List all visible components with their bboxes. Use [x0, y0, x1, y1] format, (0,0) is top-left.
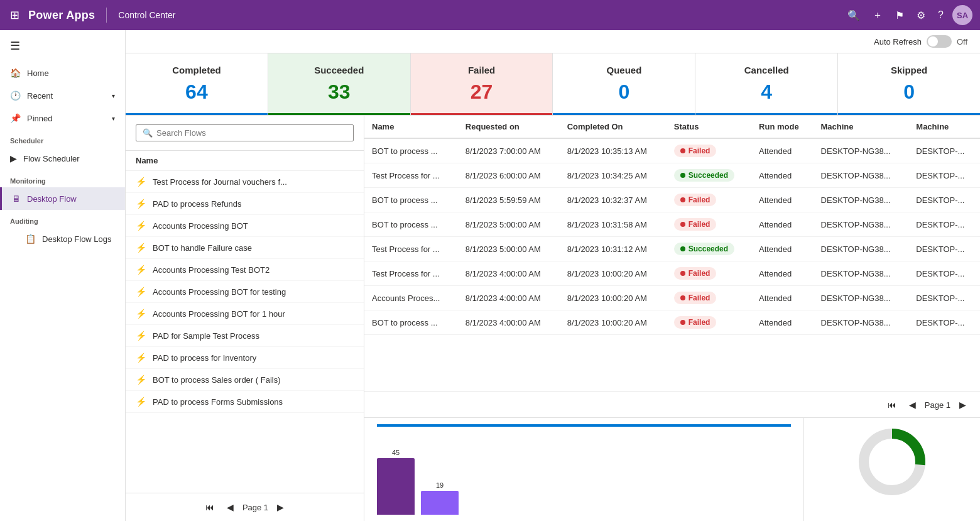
- cell-name: BOT to process ...: [364, 138, 458, 163]
- bar-chart-section: 45 19: [364, 418, 804, 521]
- cell-name: BOT to process ...: [364, 188, 458, 212]
- table-pagination: ⏮ ◀ Page 1 ▶: [364, 392, 980, 417]
- app-body: ☰ 🏠 Home 🕐 Recent ▾ 📌 Pinned ▾ Scheduler…: [0, 30, 980, 521]
- sidebar-item-home[interactable]: 🏠 Home: [0, 62, 125, 84]
- table-row[interactable]: BOT to process ... 8/1/2023 5:59:59 AM 8…: [364, 188, 980, 212]
- cell-machine2: DESKTOP-...: [908, 138, 980, 163]
- cell-run-mode: Attended: [751, 138, 813, 163]
- stat-card-completed[interactable]: Completed 64: [126, 53, 268, 115]
- sidebar-item-flow-scheduler[interactable]: ▶ Flow Scheduler: [0, 147, 125, 170]
- stat-card-succeeded[interactable]: Succeeded 33: [268, 53, 411, 115]
- list-item[interactable]: ⚡ Accounts Processing Test BOT2: [126, 259, 364, 281]
- cell-status: Failed: [667, 188, 751, 212]
- donut-svg: [854, 424, 930, 500]
- add-icon[interactable]: ＋: [869, 5, 886, 26]
- toggle-thumb: [928, 36, 938, 47]
- stat-value: 27: [423, 80, 540, 104]
- search-icon[interactable]: 🔍: [844, 6, 864, 25]
- cell-machine2: DESKTOP-...: [908, 237, 980, 261]
- flow-item-icon: ⚡: [136, 221, 146, 231]
- sidebar-item-pinned[interactable]: 📌 Pinned ▾: [0, 107, 125, 129]
- auto-refresh-toggle[interactable]: [927, 35, 952, 48]
- list-item[interactable]: ⚡ Test Process for Journal vouchers f...: [126, 171, 364, 193]
- help-icon[interactable]: ?: [934, 6, 947, 25]
- filter-icon[interactable]: ⚑: [891, 6, 908, 25]
- stat-card-skipped[interactable]: Skipped 0: [838, 53, 980, 115]
- list-item[interactable]: ⚡ PAD to process for Inventory: [126, 347, 364, 369]
- stat-bar: [411, 113, 553, 115]
- table-row[interactable]: Accounts Proces... 8/1/2023 4:00:00 AM 8…: [364, 286, 980, 310]
- cell-status: Failed: [667, 138, 751, 163]
- stat-card-cancelled[interactable]: Cancelled 4: [695, 53, 838, 115]
- list-item[interactable]: ⚡ PAD to process Forms Submissions: [126, 391, 364, 413]
- stat-label: Queued: [565, 65, 682, 75]
- sidebar-recent-label: Recent: [27, 91, 53, 101]
- cell-requested: 8/1/2023 5:00:00 AM: [458, 237, 560, 261]
- stat-value: 0: [851, 80, 967, 104]
- bar-wrap: 19: [421, 481, 459, 515]
- list-item[interactable]: ⚡ Accounts Processing BOT: [126, 215, 364, 237]
- flow-item-name: Test Process for Journal vouchers f...: [153, 177, 287, 187]
- waffle-icon[interactable]: ⊞: [8, 6, 22, 25]
- sidebar-home-label: Home: [27, 69, 49, 78]
- settings-icon[interactable]: ⚙: [913, 6, 929, 25]
- hamburger-menu-button[interactable]: ☰: [0, 30, 125, 62]
- flow-item-name: PAD for Sample Test Process: [153, 331, 259, 341]
- flow-item-icon: ⚡: [136, 265, 146, 275]
- flow-item-name: Accounts Processing BOT: [153, 221, 248, 231]
- table-row[interactable]: Test Process for ... 8/1/2023 6:00:00 AM…: [364, 163, 980, 188]
- flow-first-page-button[interactable]: ⏮: [202, 500, 218, 515]
- bar-chart: 45 19: [377, 432, 791, 515]
- stat-bar: [553, 113, 695, 115]
- search-flows-input[interactable]: [156, 128, 347, 138]
- flow-item-icon: ⚡: [136, 177, 146, 187]
- cell-machine2: DESKTOP-...: [908, 163, 980, 188]
- table-row[interactable]: BOT to process ... 8/1/2023 7:00:00 AM 8…: [364, 138, 980, 163]
- list-item[interactable]: ⚡ Accounts Processing BOT for testing: [126, 281, 364, 303]
- sidebar-item-desktop-flow-logs[interactable]: 📋 Desktop Flow Logs: [0, 228, 125, 250]
- cell-completed: 8/1/2023 10:31:12 AM: [560, 237, 667, 261]
- cell-machine: DESKTOP-NG38...: [814, 212, 909, 237]
- table-row[interactable]: BOT to process ... 8/1/2023 4:00:00 AM 8…: [364, 310, 980, 335]
- table-first-page-button[interactable]: ⏮: [884, 397, 900, 412]
- pin-icon: 📌: [10, 113, 21, 123]
- cell-status: Failed: [667, 310, 751, 335]
- cell-requested: 8/1/2023 6:00:00 AM: [458, 163, 560, 188]
- cell-machine: DESKTOP-NG38...: [814, 237, 909, 261]
- cell-requested: 8/1/2023 4:00:00 AM: [458, 261, 560, 286]
- flow-prev-page-button[interactable]: ◀: [223, 500, 237, 515]
- table-row[interactable]: Test Process for ... 8/1/2023 4:00:00 AM…: [364, 261, 980, 286]
- flow-next-page-button[interactable]: ▶: [273, 500, 288, 515]
- cell-machine2: DESKTOP-...: [908, 261, 980, 286]
- table-row[interactable]: Test Process for ... 8/1/2023 5:00:00 AM…: [364, 237, 980, 261]
- table-row[interactable]: BOT to process ... 8/1/2023 5:00:00 AM 8…: [364, 212, 980, 237]
- table-header-row: NameRequested onCompleted OnStatusRun mo…: [364, 116, 980, 138]
- status-badge: Failed: [674, 218, 717, 231]
- sidebar-item-recent[interactable]: 🕐 Recent ▾: [0, 84, 125, 107]
- stat-card-queued[interactable]: Queued 0: [553, 53, 695, 115]
- cell-requested: 8/1/2023 4:00:00 AM: [458, 310, 560, 335]
- cell-run-mode: Attended: [751, 188, 813, 212]
- flow-item-icon: ⚡: [136, 287, 146, 297]
- flow-item-icon: ⚡: [136, 375, 146, 385]
- stat-bar: [838, 113, 980, 115]
- list-item[interactable]: ⚡ PAD for Sample Test Process: [126, 325, 364, 347]
- sidebar-item-desktop-flow[interactable]: 🖥 Desktop Flow: [0, 187, 125, 210]
- table-header-cell: Completed On: [560, 116, 667, 138]
- table-prev-page-button[interactable]: ◀: [905, 397, 920, 412]
- list-item[interactable]: ⚡ Accounts Processing BOT for 1 hour: [126, 303, 364, 325]
- stat-value: 33: [281, 80, 398, 104]
- cell-status: Succeeded: [667, 163, 751, 188]
- cell-completed: 8/1/2023 10:32:37 AM: [560, 188, 667, 212]
- status-badge: Failed: [674, 194, 717, 206]
- table-next-page-button[interactable]: ▶: [956, 397, 970, 412]
- avatar[interactable]: SA: [952, 5, 972, 25]
- status-dot: [680, 246, 685, 251]
- list-item[interactable]: ⚡ BOT to process Sales order ( Fails): [126, 369, 364, 391]
- stat-card-failed[interactable]: Failed 27: [411, 53, 553, 115]
- list-item[interactable]: ⚡ PAD to process Refunds: [126, 193, 364, 215]
- cell-status: Succeeded: [667, 237, 751, 261]
- list-item[interactable]: ⚡ BOT to handle Failure case: [126, 237, 364, 259]
- cell-run-mode: Attended: [751, 163, 813, 188]
- cell-status: Failed: [667, 286, 751, 310]
